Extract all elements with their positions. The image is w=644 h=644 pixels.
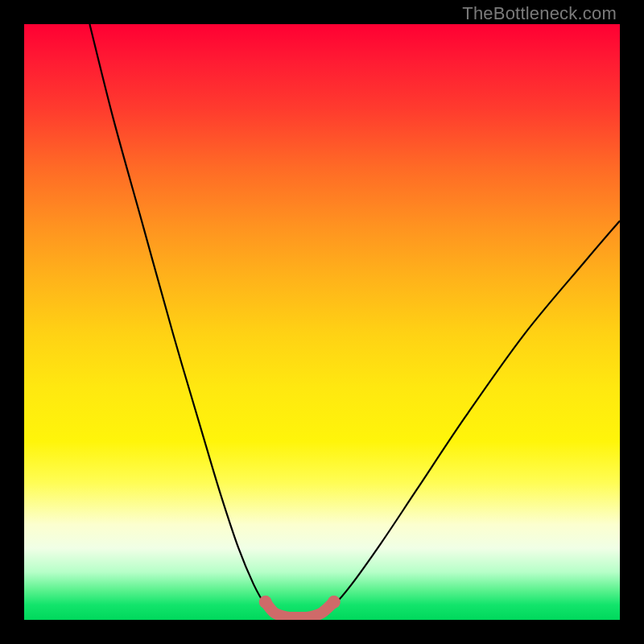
curve-layer <box>24 24 620 620</box>
chart-root: TheBottleneck.com <box>0 0 644 644</box>
right-curve-line <box>321 221 620 613</box>
watermark-text: TheBottleneck.com <box>462 3 617 24</box>
valley-dot-right <box>328 596 341 609</box>
left-curve-line <box>89 24 322 617</box>
plot-area <box>24 24 620 620</box>
valley-overlay <box>266 602 334 617</box>
valley-dot-left <box>259 596 272 609</box>
